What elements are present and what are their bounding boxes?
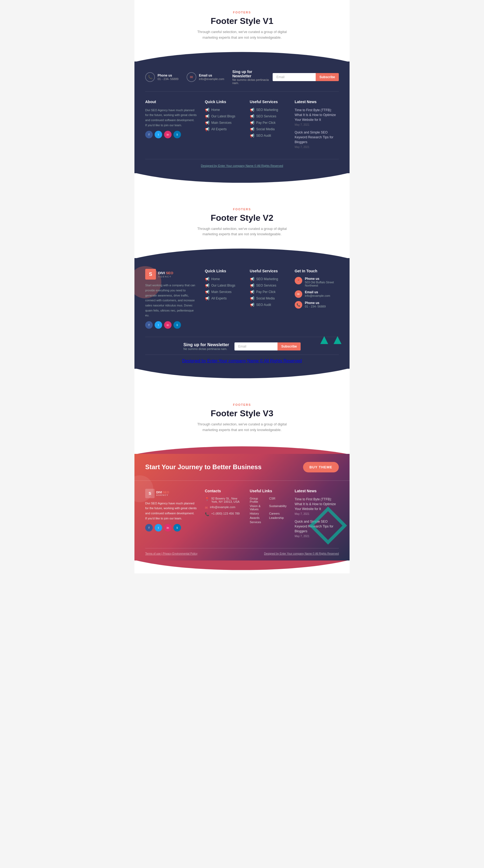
news-date: May 7, 2021 [295,146,339,149]
v2-nl-title: Sing up for Newsletter [183,342,229,347]
link-csr[interactable]: CSR [269,497,287,503]
instagram-icon[interactable]: in [164,131,172,138]
linkedin-icon-v2[interactable]: li [173,321,181,329]
email-icon-v3: ✉ [205,506,208,510]
v3-section-header: FOOTERS Footer Style V3 Through careful … [135,392,349,441]
git-location-icon: 📍 [295,277,302,284]
list-item[interactable]: 📢SEO Audit [250,303,287,307]
instagram-icon-v3[interactable]: in [164,524,172,531]
newsletter-email-input[interactable] [273,73,316,81]
phone-contact: 📞 Phone us 01 - 234- 56889 [145,72,178,82]
git-phone-text: Phone us 503 Old Buffalo Street Northwes… [305,277,339,287]
list-item[interactable]: 📢Main Services [205,290,242,294]
twitter-icon-v3[interactable]: t [154,524,162,531]
link-awards[interactable]: Awards [250,516,266,519]
link-sustainability[interactable]: Sustainability [269,504,287,511]
v3-section-desc: Through careful selection, we've curated… [194,422,290,433]
facebook-icon-v2[interactable]: f [145,321,153,329]
news-title-v1: Latest News [295,100,339,104]
link-careers[interactable]: Careers [269,512,287,515]
footer-v2: ▲▲ S DIVI SEO AGENCY Start working with … [135,258,349,369]
link-vision[interactable]: Vision & Values [250,504,266,511]
list-item[interactable]: 📢SEO Marketing [250,277,287,281]
v2-email-input[interactable] [234,342,278,350]
v3-news-title: Latest News [295,489,339,493]
list-item[interactable]: 📢Social Media [250,296,287,301]
about-title: About [145,100,197,104]
v3-about-col: S DIVI SEO AGENCY Divi SEO Agency have m… [145,489,197,541]
v2-newsletter-row: Sing up for Newsletter Ne summo dictas p… [145,337,339,350]
facebook-icon-v3[interactable]: f [145,524,153,531]
list-item[interactable]: 📢Our Latest Blogs [205,283,242,288]
news-link[interactable]: Time to First Byte (TTFB): What It Is & … [295,108,339,122]
newsletter-text: Sing up for Newsletter Ne summo dictas p… [232,69,270,85]
quicklinks-title: Quick Links [205,100,242,104]
v2-git-title: Get In Touch [295,269,339,273]
list-item[interactable]: 📢SEO Audit [250,133,287,138]
list-item[interactable]: 📢Social Media [250,127,287,131]
link-history[interactable]: History [250,512,266,515]
list-item[interactable]: 📢SEO Services [250,283,287,288]
wave-top-v2 [135,245,349,259]
instagram-icon-v2[interactable]: in [164,321,172,329]
v3-section-title: Footer Style V3 [140,408,344,418]
v3-copyright-link[interactable]: Designed by Enter Your company Name © Al… [264,552,339,555]
v2-about-col: S DIVI SEO AGENCY Start working with a c… [145,269,197,329]
list-item[interactable]: 📢Pay Per Click [250,290,287,294]
news-item: Time to First Byte (TTFB): What It Is & … [295,108,339,126]
v2-services-col: Useful Services 📢SEO Marketing 📢SEO Serv… [250,269,287,329]
list-item[interactable]: 📢Main Services [205,121,242,125]
facebook-icon[interactable]: f [145,131,153,138]
v2-newsletter-input-group[interactable]: Subscribe [234,342,301,350]
list-item[interactable]: 📢All Experts [205,296,242,301]
services-col: Useful Services 📢SEO Marketing 📢SEO Serv… [250,100,287,152]
terms-link[interactable]: Terms of use | Privacy Environmental Pol… [145,552,197,555]
v3-news-link-1[interactable]: Time to First Byte (TTFB): What It Is & … [295,497,339,512]
services-title: Useful Services [250,100,287,104]
news-link[interactable]: Quick and Simple SEO Keyword Research Ti… [295,130,339,145]
list-item[interactable]: 📢All Experts [205,127,242,131]
list-item[interactable]: 📢Home [205,108,242,112]
v2-quicklinks-col: Quick Links 📢Home 📢Our Latest Blogs 📢Mai… [205,269,242,329]
email-contact: ✉ Email us info@example.com [187,72,224,82]
git-email-text: Email us info@example.com [305,290,330,297]
v3-addr: 📍 92 Bowery St., New York, NY 10013, USA [205,497,242,503]
v3-contacts-col: Contacts 📍 92 Bowery St., New York, NY 1… [205,489,242,541]
phone-icon: 📞 [145,72,155,82]
link-services[interactable]: Services [250,521,266,524]
link-leadership[interactable]: Leadership [269,516,287,519]
news-date: May 7, 2021 [295,123,339,126]
spacer-1 [135,186,349,197]
buy-theme-button[interactable]: BUY THEME [303,462,339,472]
v1-section-header: FOOTERS Footer Style V1 Through careful … [135,0,349,49]
newsletter-input-group[interactable]: Subscribe [273,73,339,81]
list-item[interactable]: 📢SEO Marketing [250,108,287,112]
list-item[interactable]: 📢Pay Per Click [250,121,287,125]
v3-phone: 📞 +1 (800) 123 456 789 [205,512,242,516]
list-item[interactable]: 📢SEO Services [250,114,287,118]
about-text: Divi SEO Agency have much planned for th… [145,108,197,128]
twitter-icon[interactable]: t [154,131,162,138]
wave-top-svg [135,49,349,62]
git-phone2-text: Phone us 01 - 234- 56889 [305,301,326,308]
twitter-icon-v2[interactable]: t [154,321,162,329]
footer-v3-wrapper: Start Your Journey to Better Business BU… [135,441,349,574]
list-item[interactable]: 📢Home [205,277,242,281]
v3-copyright: Designed by Enter Your company Name © Al… [264,552,339,555]
quicklinks-col: Quick Links 📢Home 📢Our Latest Blogs 📢Mai… [205,100,242,152]
v2-logo-text: DIVI SEO AGENCY [158,271,173,278]
v3-links-col: Useful Links Group Profile CSR Vision & … [250,489,287,541]
link-group-profile[interactable]: Group Profile [250,497,266,503]
linkedin-icon[interactable]: li [173,131,181,138]
v2-section-header: FOOTERS Footer Style V2 Through careful … [135,197,349,245]
v2-inner: S DIVI SEO AGENCY Start working with a c… [145,269,339,363]
wave-bottom-v2 [135,368,349,382]
list-item[interactable]: 📢Our Latest Blogs [205,114,242,118]
copyright-link-v1[interactable]: Designed by Enter Your company Name © Al… [201,164,283,167]
subscribe-button-v1[interactable]: Subscribe [316,73,339,81]
linkedin-icon-v3[interactable]: li [173,524,181,531]
v2-logo-agency: AGENCY [158,275,173,278]
v2-quicklinks-title: Quick Links [205,269,242,273]
v2-subscribe-button[interactable]: Subscribe [278,342,301,350]
copyright-link-v2[interactable]: Designed by Enter Your company Name © Al… [182,359,302,363]
